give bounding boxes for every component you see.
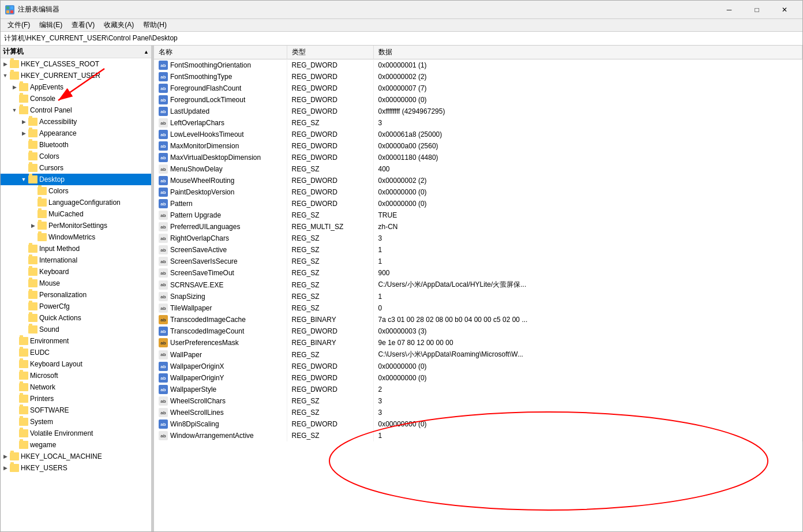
expander-mouse[interactable] [19, 279, 28, 288]
tree-item-eudc[interactable]: EUDC [1, 347, 151, 358]
expander-bluetooth[interactable] [19, 140, 28, 149]
expander-desktop-colors[interactable] [28, 186, 37, 196]
maximize-button[interactable]: □ [744, 1, 770, 19]
tree-item-accessibility[interactable]: ▶Accessibility [1, 116, 151, 128]
expander-keyboard-layout[interactable] [10, 359, 19, 369]
table-row[interactable]: abRightOverlapCharsREG_SZ3 [154, 233, 802, 244]
tree-item-mouse[interactable]: Mouse [1, 278, 151, 289]
tree-item-permonitor[interactable]: ▶PerMonitorSettings [1, 220, 151, 231]
tree-item-powercfg[interactable]: PowerCfg [1, 301, 151, 312]
expander-language-config[interactable] [28, 198, 37, 207]
tree-item-bluetooth[interactable]: Bluetooth [1, 139, 151, 151]
expander-powercfg[interactable] [19, 302, 28, 311]
tree-item-network[interactable]: Network [1, 381, 151, 393]
expander-network[interactable] [10, 383, 19, 392]
table-row[interactable]: abWheelScrollCharsREG_SZ3 [154, 395, 802, 407]
table-row[interactable]: abForegroundLockTimeoutREG_DWORD0x000000… [154, 94, 802, 106]
tree-item-quickactions[interactable]: Quick Actions [1, 312, 151, 324]
expander-appevents[interactable]: ▶ [10, 83, 19, 92]
table-row[interactable]: abPatternREG_DWORD0x00000000 (0) [154, 198, 802, 209]
tree-item-control-panel[interactable]: ▼Control Panel [1, 104, 151, 116]
tree-item-personalization[interactable]: Personalization [1, 289, 151, 301]
menu-item-a[interactable]: 收藏夹(A) [99, 19, 138, 31]
right-panel[interactable]: 名称 类型 数据 abFontSmoothingOrientationREG_D… [154, 46, 802, 531]
table-row[interactable]: abLastUpdatedREG_DWORD0xffffffff (429496… [154, 106, 802, 117]
table-row[interactable]: abMouseWheelRoutingREG_DWORD0x00000002 (… [154, 175, 802, 186]
table-row[interactable]: abSCRNSAVE.EXEREG_SZC:/Users/小米/AppData/… [154, 279, 802, 291]
tree-item-hkey-current-user[interactable]: ▼HKEY_CURRENT_USER [1, 70, 151, 81]
expander-cursors[interactable] [19, 163, 28, 173]
col-type[interactable]: 类型 [287, 46, 373, 59]
menu-item-f[interactable]: 文件(F) [3, 19, 35, 31]
table-row[interactable]: abForegroundFlashCountREG_DWORD0x0000000… [154, 83, 802, 94]
expander-environment[interactable] [10, 336, 19, 346]
left-panel[interactable]: 计算机 ▲ ▶HKEY_CLASSES_ROOT▼HKEY_CURRENT_US… [1, 46, 152, 531]
table-row[interactable]: abLeftOverlapCharsREG_SZ3 [154, 117, 802, 129]
col-name[interactable]: 名称 [154, 46, 287, 59]
tree-item-software[interactable]: SOFTWARE [1, 404, 151, 416]
table-row[interactable]: abMaxVirtualDesktopDimensionREG_DWORD0x0… [154, 152, 802, 163]
tree-item-printers[interactable]: Printers [1, 393, 151, 404]
table-row[interactable]: abWallpaperOriginYREG_DWORD0x00000000 (0… [154, 372, 802, 384]
tree-item-keyboard[interactable]: Keyboard [1, 266, 151, 278]
tree-item-hkey-classes-root[interactable]: ▶HKEY_CLASSES_ROOT [1, 58, 151, 70]
tree-item-sound[interactable]: Sound [1, 324, 151, 335]
tree-item-microsoft[interactable]: Microsoft [1, 370, 151, 381]
expander-hkey-current-user[interactable]: ▼ [1, 71, 10, 80]
table-row[interactable]: abWallPaperREG_SZC:\Users\小米\AppData\Roa… [154, 349, 802, 361]
expander-printers[interactable] [10, 394, 19, 403]
table-row[interactable]: abWallpaperOriginXREG_DWORD0x00000000 (0… [154, 361, 802, 372]
table-row[interactable]: abPaintDesktopVersionREG_DWORD0x00000000… [154, 186, 802, 198]
tree-item-keyboard-layout[interactable]: Keyboard Layout [1, 358, 151, 370]
table-row[interactable]: abLowLevelHooksTimeoutREG_DWORD0x000061a… [154, 129, 802, 140]
table-row[interactable]: abTranscodedImageCacheREG_BINARY7a c3 01… [154, 314, 802, 325]
menu-item-e[interactable]: 编辑(E) [35, 19, 67, 31]
table-row[interactable]: abPreferredUILanguagesREG_MULTI_SZzh-CN [154, 221, 802, 233]
table-row[interactable]: abScreenSaveTimeOutREG_SZ900 [154, 267, 802, 279]
table-row[interactable]: abTileWallpaperREG_SZ0 [154, 302, 802, 314]
table-row[interactable]: abMenuShowDelayREG_SZ400 [154, 163, 802, 175]
tree-item-volatile[interactable]: Volatile Environment [1, 428, 151, 439]
expander-wegame[interactable] [10, 440, 19, 449]
expander-control-panel[interactable]: ▼ [10, 106, 19, 115]
expander-permonitor[interactable]: ▶ [28, 221, 37, 230]
tree-item-colors[interactable]: Colors [1, 151, 151, 162]
table-row[interactable]: abFontSmoothingTypeREG_DWORD0x00000002 (… [154, 71, 802, 83]
expander-hkey-local-machine[interactable]: ▶ [1, 452, 10, 461]
table-row[interactable]: abWallpaperStyleREG_DWORD2 [154, 384, 802, 395]
expander-international[interactable] [19, 256, 28, 265]
tree-item-appevents[interactable]: ▶AppEvents [1, 81, 151, 93]
tree-item-cursors[interactable]: Cursors [1, 162, 151, 174]
table-row[interactable]: abPattern UpgradeREG_SZTRUE [154, 209, 802, 221]
expander-accessibility[interactable]: ▶ [19, 117, 28, 126]
table-row[interactable]: abWheelScrollLinesREG_SZ3 [154, 407, 802, 418]
tree-item-system[interactable]: System [1, 416, 151, 428]
table-row[interactable]: abScreenSaverIsSecureREG_SZ1 [154, 256, 802, 267]
tree-item-hkey-local-machine[interactable]: ▶HKEY_LOCAL_MACHINE [1, 451, 151, 462]
tree-item-environment[interactable]: Environment [1, 335, 151, 347]
col-data[interactable]: 数据 [373, 46, 802, 59]
expander-colors[interactable] [19, 152, 28, 161]
menu-item-v[interactable]: 查看(V) [67, 19, 99, 31]
expander-sound[interactable] [19, 325, 28, 334]
table-row[interactable]: abTranscodedImageCountREG_DWORD0x0000000… [154, 325, 802, 337]
close-button[interactable]: ✕ [771, 1, 798, 19]
expander-windowmetrics[interactable] [28, 233, 37, 242]
expander-appearance[interactable]: ▶ [19, 129, 28, 138]
table-row[interactable]: abScreenSaveActiveREG_SZ1 [154, 244, 802, 256]
tree-item-international[interactable]: International [1, 254, 151, 266]
menu-item-h[interactable]: 帮助(H) [138, 19, 171, 31]
expander-personalization[interactable] [19, 290, 28, 299]
tree-item-console[interactable]: Console [1, 93, 151, 104]
expander-hkey-users[interactable]: ▶ [1, 463, 10, 473]
expander-system[interactable] [10, 417, 19, 426]
expander-console[interactable] [10, 94, 19, 103]
expander-quickactions[interactable] [19, 313, 28, 323]
expander-hkey-classes-root[interactable]: ▶ [1, 59, 10, 69]
tree-item-muicached[interactable]: MuiCached [1, 208, 151, 220]
tree-item-windowmetrics[interactable]: WindowMetrics [1, 231, 151, 243]
expander-muicached[interactable] [28, 209, 37, 219]
table-row[interactable]: abWin8DpiScalingREG_DWORD0x00000000 (0) [154, 418, 802, 430]
table-row[interactable]: abFontSmoothingOrientationREG_DWORD0x000… [154, 59, 802, 72]
table-row[interactable]: abUserPreferencesMaskREG_BINARY9e 1e 07 … [154, 337, 802, 349]
